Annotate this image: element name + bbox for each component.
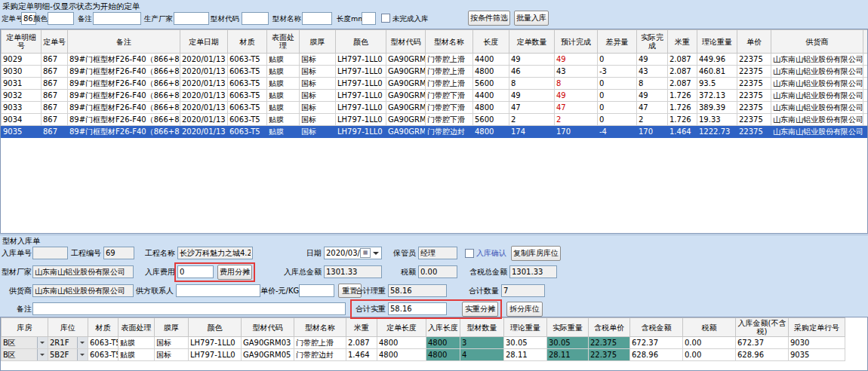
column-header[interactable]: 表面处理: [267, 30, 300, 54]
inbound-confirm-checkbox[interactable]: [465, 249, 474, 258]
column-header[interactable]: 型材代码: [242, 318, 294, 337]
column-header[interactable]: 颜色: [336, 30, 386, 54]
cell: 22375: [737, 66, 771, 78]
table-row[interactable]: 902986789#门框型材F26-F40（866+867）2020/01/13…: [2, 54, 868, 66]
column-header[interactable]: 型材名称: [294, 318, 346, 337]
project-name-field[interactable]: [177, 247, 253, 259]
batch-inbound-button[interactable]: 批量入库: [514, 11, 549, 26]
color-filter-input[interactable]: [48, 12, 74, 25]
cell: [863, 126, 868, 138]
actual-weight-allocate-button[interactable]: 实重分摊: [462, 302, 498, 317]
unfinished-inbound-checkbox[interactable]: [381, 14, 390, 23]
column-header[interactable]: 膜厚: [300, 30, 336, 54]
column-header[interactable]: [863, 30, 868, 54]
length-filter-input[interactable]: [362, 12, 376, 25]
note-field[interactable]: [32, 302, 346, 315]
cell: 山东南山铝业股份有限公司: [771, 66, 863, 78]
column-header[interactable]: 型材代码: [386, 30, 426, 54]
length-filter-label: 长度mm: [337, 14, 365, 24]
total-with-tax-field[interactable]: [509, 265, 557, 278]
cell: 372.13: [697, 90, 737, 102]
column-header[interactable]: 米重: [668, 30, 697, 54]
profile-name-filter-input[interactable]: [302, 12, 332, 25]
filter-by-condition-button[interactable]: 按条件筛选: [468, 11, 510, 26]
inbound-fee-field[interactable]: [177, 265, 214, 278]
column-header[interactable]: 实际重量: [547, 318, 589, 337]
app-window: 采购定单明细-仅显示状态为开始的定单 定单号 颜色 备注 生产厂家 型材代码 型…: [0, 0, 868, 371]
unit-price-field[interactable]: [299, 284, 334, 297]
total-amount-field[interactable]: [324, 265, 382, 278]
table-row[interactable]: 903586789#门框型材F26-F40（866+867）2020/01/13…: [2, 126, 868, 138]
column-header[interactable]: 理论重量: [504, 318, 547, 337]
cell: 1.726: [668, 102, 697, 114]
table-row[interactable]: 903086789#门框型材F26-F40（866+867）2020/01/13…: [2, 66, 868, 78]
tax-field[interactable]: [418, 265, 457, 278]
date-field[interactable]: 2020/03/31 ▦: [324, 247, 382, 259]
column-header[interactable]: 含税金额: [630, 318, 683, 337]
supplier-field[interactable]: [32, 284, 134, 297]
column-header[interactable]: 预计完成: [555, 30, 598, 54]
column-header[interactable]: 定单长度: [377, 318, 426, 337]
profile-code-filter-input[interactable]: [242, 12, 269, 25]
column-header[interactable]: 长度: [473, 30, 509, 54]
column-header[interactable]: 定单号: [42, 30, 68, 54]
warehouse-select[interactable]: B区: [2, 337, 48, 349]
column-header[interactable]: 理论重量: [697, 30, 737, 54]
cell: LH797-1LL0: [189, 337, 242, 349]
cell: 22375: [737, 114, 771, 126]
column-header[interactable]: 税额: [683, 318, 736, 337]
factory-field[interactable]: [32, 265, 134, 278]
column-header[interactable]: 型材名称: [426, 30, 473, 54]
project-no-field[interactable]: [103, 247, 134, 259]
table-row[interactable]: 903286789#门框型材F26-F40（866+867）2020/01/13…: [2, 90, 868, 102]
column-header[interactable]: 入库长度: [426, 318, 460, 337]
table-row[interactable]: 903486789#门框型材F26-F40（866+867）2020/01/13…: [2, 114, 868, 126]
column-header[interactable]: 定单日期: [180, 30, 228, 54]
column-header[interactable]: 入库金额(不含税): [736, 318, 789, 337]
manufacturer-filter-input[interactable]: [174, 12, 209, 25]
column-header[interactable]: 颜色: [189, 318, 242, 337]
table-row[interactable]: 903186789#门框型材F26-F40（866+867）2020/01/13…: [2, 78, 868, 90]
cell: 28.11: [504, 349, 547, 361]
column-header[interactable]: 实际完成: [637, 30, 668, 54]
cell: 867: [42, 54, 68, 66]
cell: 89#门框型材F26-F40（866+867）: [68, 66, 180, 78]
table-row[interactable]: 903386789#门框型材F26-F40（866+867）2020/01/13…: [2, 102, 868, 114]
fee-allocate-button[interactable]: 费用分摊: [217, 265, 252, 280]
column-header[interactable]: 备注: [68, 30, 180, 54]
cell: 43: [637, 66, 668, 78]
column-header[interactable]: 单价: [737, 30, 771, 54]
keeper-field[interactable]: [418, 247, 457, 259]
split-bin-button[interactable]: 拆分库位: [506, 302, 543, 317]
column-header[interactable]: 材质: [228, 30, 267, 54]
total-qty-field[interactable]: [501, 284, 545, 297]
supplier-contact-field[interactable]: [176, 284, 260, 297]
cell: 贴膜: [267, 126, 300, 138]
cell: LH797-1LL0: [336, 66, 386, 78]
total-actual-weight-field[interactable]: [388, 302, 447, 315]
column-header[interactable]: 采购定单行号: [789, 318, 845, 337]
bin-select[interactable]: 2R1F: [48, 337, 88, 349]
column-header[interactable]: 供货商: [771, 30, 863, 54]
column-header[interactable]: 型材数量: [460, 318, 504, 337]
column-header[interactable]: 库位: [48, 318, 88, 337]
inbound-no-field[interactable]: [32, 247, 68, 259]
column-header[interactable]: 定单数量: [509, 30, 555, 54]
column-header[interactable]: 差异量: [598, 30, 637, 54]
column-header[interactable]: 材质: [88, 318, 119, 337]
warehouse-select[interactable]: B区: [2, 349, 48, 361]
bin-select[interactable]: 5B2F: [48, 349, 88, 361]
column-header[interactable]: 膜厚: [155, 318, 189, 337]
column-header[interactable]: 定单明细号: [2, 30, 42, 54]
table-row[interactable]: B区5B2F6063-T5贴膜国标LH797-1LL0GA90GRM05门带腔边…: [2, 349, 845, 361]
column-header[interactable]: 含税单价: [589, 318, 630, 337]
column-header[interactable]: 表面处理: [119, 318, 155, 337]
copy-warehouse-bin-button[interactable]: 复制库房库位: [511, 246, 561, 261]
cell: 4400: [473, 54, 509, 66]
remark-filter-input[interactable]: [93, 12, 141, 25]
cell: [863, 78, 868, 90]
column-header[interactable]: 库房: [2, 318, 48, 337]
column-header[interactable]: 米重: [346, 318, 377, 337]
table-row[interactable]: B区2R1F6063-T5贴膜国标LH797-1LL0GA90GRM03门带腔上…: [2, 337, 845, 349]
total-theory-weight-field[interactable]: [388, 284, 447, 297]
